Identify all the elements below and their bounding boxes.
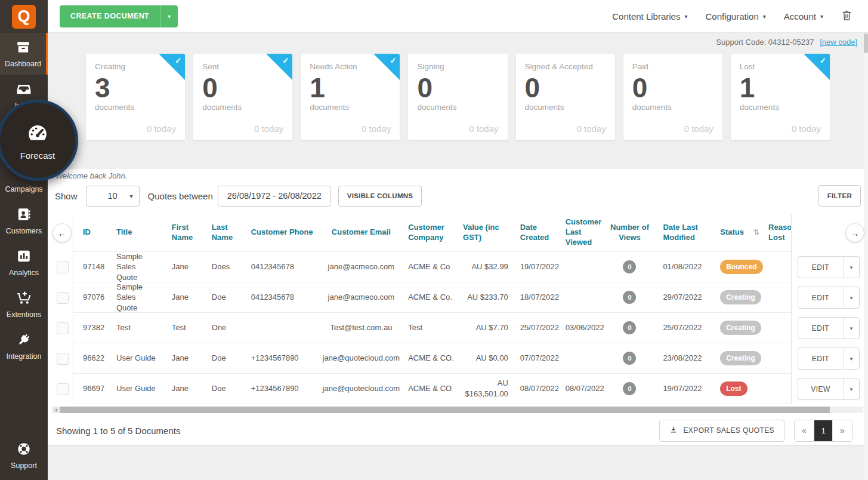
row-action-button[interactable]: EDIT ▾ bbox=[798, 287, 860, 309]
row-checkbox[interactable] bbox=[57, 383, 69, 395]
arrow-left-icon: ← bbox=[58, 228, 67, 238]
row-checkbox[interactable] bbox=[57, 292, 69, 304]
filter-button[interactable]: FILTER bbox=[818, 185, 861, 207]
stat-card-signing[interactable]: Signing 0 documents 0 today bbox=[408, 54, 507, 140]
action-caret[interactable]: ▾ bbox=[843, 287, 859, 308]
scrollbar-left-button[interactable] bbox=[52, 407, 60, 413]
col-header-id[interactable]: ID bbox=[73, 227, 103, 238]
col-header-number-of-views[interactable]: Number of Views bbox=[605, 223, 655, 243]
showing-text: Showing 1 to 5 of 5 Documents bbox=[56, 426, 180, 436]
col-header-customer-email[interactable]: Customer Email bbox=[316, 227, 406, 238]
table-row[interactable]: 97382 Test Test One Test@test.com.au Tes… bbox=[48, 313, 868, 343]
row-action-button[interactable]: EDIT ▾ bbox=[798, 317, 860, 339]
pagination-page-1[interactable]: 1 bbox=[814, 420, 833, 441]
pagination-prev-button[interactable]: « bbox=[795, 420, 814, 441]
card-count: 0 bbox=[417, 74, 498, 102]
card-unit: documents bbox=[632, 103, 713, 112]
gauge-icon bbox=[25, 121, 50, 147]
row-checkbox[interactable] bbox=[57, 322, 69, 334]
create-document-button[interactable]: CREATE DOCUMENT ▾ bbox=[60, 5, 178, 27]
col-header-first-name[interactable]: First Name bbox=[157, 223, 197, 243]
card-today: 0 today bbox=[684, 124, 713, 134]
table-row[interactable]: 97148 Sample Sales Quote Jane Does 04123… bbox=[48, 252, 868, 282]
vertical-scrollbar-thumb[interactable] bbox=[864, 33, 868, 53]
action-label[interactable]: EDIT bbox=[798, 348, 843, 369]
action-caret[interactable]: ▾ bbox=[843, 379, 859, 399]
stat-card-sent[interactable]: Sent 0 documents 0 today ✓ bbox=[193, 54, 292, 140]
action-caret[interactable]: ▾ bbox=[843, 348, 859, 369]
nav-label: Configuration bbox=[706, 11, 759, 21]
cell-company: ACME & Co. bbox=[406, 292, 458, 303]
page-size-select[interactable]: 10 ▾ bbox=[86, 186, 140, 207]
forecast-spotlight[interactable]: Forecast bbox=[0, 100, 78, 181]
scrollbar-thumb[interactable] bbox=[60, 407, 830, 413]
cell-first-name: Jane bbox=[157, 261, 197, 272]
new-code-link[interactable]: [new code] bbox=[820, 38, 857, 47]
pagination-next-button[interactable]: » bbox=[833, 420, 852, 441]
col-header-date-last-modified[interactable]: Date Last Modified bbox=[654, 223, 718, 243]
sidebar-item-extentions[interactable]: Extentions bbox=[0, 284, 48, 325]
col-header-customer-phone[interactable]: Customer Phone bbox=[236, 227, 317, 238]
table-footer: Showing 1 to 5 of 5 Documents EXPORT SAL… bbox=[48, 419, 868, 442]
stat-card-lost[interactable]: Lost 1 documents 0 today ✓ bbox=[731, 54, 830, 140]
col-header-last-name[interactable]: Last Name bbox=[197, 223, 236, 243]
sidebar-item-dashboard[interactable]: Dashboard bbox=[0, 33, 48, 75]
status-badge: Lost bbox=[720, 381, 747, 396]
card-unit: documents bbox=[95, 103, 176, 112]
col-header-customer-last-viewed[interactable]: Customer Last Viewed bbox=[566, 217, 605, 248]
stat-card-creating[interactable]: Creating 3 documents 0 today ✓ bbox=[86, 54, 185, 140]
action-label[interactable]: VIEW bbox=[798, 379, 843, 399]
row-action-button[interactable]: VIEW ▾ bbox=[798, 378, 860, 400]
action-label[interactable]: EDIT bbox=[798, 287, 843, 308]
create-document-caret[interactable]: ▾ bbox=[160, 5, 178, 27]
sidebar-item-analytics[interactable]: Analytics bbox=[0, 242, 48, 284]
row-checkbox[interactable] bbox=[57, 261, 69, 273]
chevron-down-icon: ▾ bbox=[850, 356, 853, 362]
cell-date-created: 08/07/2022 bbox=[518, 383, 566, 394]
nav-account[interactable]: Account ▾ bbox=[784, 11, 823, 21]
spotlight-label: Forecast bbox=[20, 150, 55, 161]
action-caret[interactable]: ▾ bbox=[843, 318, 859, 339]
action-label[interactable]: EDIT bbox=[798, 257, 843, 278]
row-checkbox[interactable] bbox=[57, 353, 69, 365]
sidebar-item-integration[interactable]: Integration bbox=[0, 325, 48, 367]
nav-content-libraries[interactable]: Content Libraries ▾ bbox=[612, 11, 687, 21]
col-header-title[interactable]: Title bbox=[103, 227, 157, 238]
table-row[interactable]: 97076 Sample Sales Quote Jane Doe 041234… bbox=[48, 282, 868, 313]
arrow-right-icon: → bbox=[851, 228, 860, 238]
scroll-right-button[interactable]: → bbox=[845, 223, 864, 242]
col-header-customer-company[interactable]: Customer Company bbox=[406, 223, 458, 243]
views-badge: 0 bbox=[623, 260, 636, 273]
col-header-value[interactable]: Value (inc GST) bbox=[458, 223, 518, 243]
stat-card-signed-accepted[interactable]: Signed & Accepted 0 documents 0 today bbox=[516, 54, 615, 140]
action-caret[interactable]: ▾ bbox=[843, 257, 859, 278]
stat-card-needs-action[interactable]: Needs Action 1 documents 0 today ✓ bbox=[301, 54, 400, 140]
table-row[interactable]: 96622 User Guide Jane Doe +1234567890 ja… bbox=[48, 343, 868, 374]
stat-card-paid[interactable]: Paid 0 documents 0 today bbox=[623, 54, 722, 140]
sort-icon[interactable]: ⇅ bbox=[753, 228, 759, 238]
cell-views: 0 bbox=[605, 260, 655, 273]
action-label[interactable]: EDIT bbox=[798, 318, 843, 339]
col-header-status[interactable]: Status ⇅ bbox=[718, 227, 768, 238]
create-document-label[interactable]: CREATE DOCUMENT bbox=[60, 5, 160, 27]
check-icon: ✓ bbox=[175, 56, 181, 65]
scroll-left-button[interactable]: ← bbox=[52, 223, 72, 242]
col-header-reason-lost[interactable]: Reason Lost bbox=[768, 223, 791, 243]
cell-status: Lost bbox=[718, 381, 768, 396]
nav-configuration[interactable]: Configuration ▾ bbox=[706, 11, 766, 21]
table-row[interactable]: 96697 User Guide Jane Doe +1234567890 ja… bbox=[48, 374, 868, 404]
cell-title: Sample Sales Quote bbox=[103, 252, 157, 282]
cell-title: Sample Sales Quote bbox=[103, 282, 157, 313]
row-action-button[interactable]: EDIT ▾ bbox=[798, 347, 860, 370]
date-range-input[interactable]: 26/08/1972 - 26/08/2022 bbox=[218, 186, 331, 207]
sidebar-item-customers[interactable]: Customers bbox=[0, 200, 48, 242]
col-header-date-created[interactable]: Date Created bbox=[518, 223, 566, 243]
row-action-button[interactable]: EDIT ▾ bbox=[798, 256, 860, 278]
export-sales-quotes-button[interactable]: EXPORT SALES QUOTES bbox=[659, 420, 784, 442]
row-cells: 97076 Sample Sales Quote Jane Doe 041234… bbox=[73, 282, 792, 313]
visible-columns-button[interactable]: VISIBLE COLUMNS bbox=[338, 186, 422, 207]
trash-button[interactable] bbox=[841, 9, 852, 23]
cell-company: ACME & Co bbox=[406, 261, 458, 272]
sidebar-item-support[interactable]: Support bbox=[0, 435, 48, 476]
app-logo[interactable]: Q bbox=[12, 5, 36, 29]
